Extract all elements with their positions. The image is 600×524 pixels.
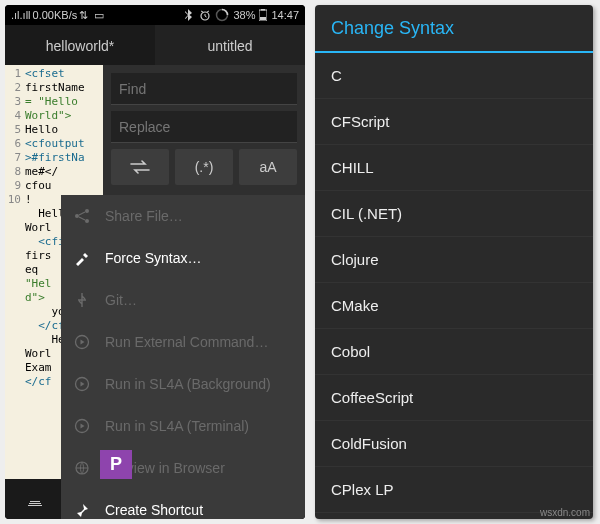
syntax-item-clojure[interactable]: Clojure <box>315 237 593 283</box>
editor-screen: .ıl.ıll 0.00KB/s ⇅ ▭ 38% 14:47 helloworl… <box>5 5 305 519</box>
svg-point-5 <box>85 209 89 213</box>
sim-icon: ▭ <box>94 9 104 22</box>
battery-ring-icon <box>215 8 229 22</box>
save-button[interactable] <box>23 487 47 511</box>
menu-item-preview-in-browser: Preview in Browser <box>61 447 305 489</box>
play-icon <box>73 333 91 351</box>
menu-item-run-in-sl-a-terminal: Run in SL4A (Terminal) <box>61 405 305 447</box>
svg-point-7 <box>85 219 89 223</box>
case-button[interactable]: aA <box>239 149 297 185</box>
tab-helloworld[interactable]: helloworld* <box>5 25 155 65</box>
menu-item-label: Run External Command… <box>105 334 268 350</box>
syntax-panel-title: Change Syntax <box>315 5 593 53</box>
menu-item-label: Run in SL4A (Terminal) <box>105 418 249 434</box>
replace-input[interactable] <box>111 111 297 143</box>
svg-rect-4 <box>260 17 266 20</box>
swap-button[interactable] <box>111 149 169 185</box>
menu-item-run-in-sl-a-background: Run in SL4A (Background) <box>61 363 305 405</box>
tab-bar: helloworld* untitled <box>5 25 305 65</box>
menu-item-git: Git… <box>61 279 305 321</box>
download-icon: ⇅ <box>79 9 88 22</box>
battery-percent: 38% <box>233 9 255 21</box>
syntax-list: CCFScriptCHILLCIL (.NET)ClojureCMakeCobo… <box>315 53 593 519</box>
tab-untitled[interactable]: untitled <box>155 25 305 65</box>
menu-item-label: Create Shortcut <box>105 502 203 518</box>
syntax-item-coffeescript[interactable]: CoffeeScript <box>315 375 593 421</box>
pin-icon <box>73 501 91 519</box>
bluetooth-icon <box>185 9 195 21</box>
alarm-icon <box>199 9 211 21</box>
git-icon <box>73 291 91 309</box>
globe-icon <box>73 459 91 477</box>
menu-item-label: Share File… <box>105 208 183 224</box>
find-input[interactable] <box>111 73 297 105</box>
svg-rect-3 <box>261 9 265 11</box>
play-icon <box>73 375 91 393</box>
watermark: wsxdn.com <box>540 507 590 518</box>
context-menu: Share File…Force Syntax…Git…Run External… <box>61 195 305 519</box>
status-bar: .ıl.ıll 0.00KB/s ⇅ ▭ 38% 14:47 <box>5 5 305 25</box>
line-gutter: 1 2 3 4 5 6 7 8 9 10 <box>5 65 23 479</box>
syntax-item-cfscript[interactable]: CFScript <box>315 99 593 145</box>
purple-banner: P <box>100 450 132 479</box>
menu-item-force-syntax[interactable]: Force Syntax… <box>61 237 305 279</box>
share-icon <box>73 207 91 225</box>
menu-item-share-file: Share File… <box>61 195 305 237</box>
syntax-item-coldfusion[interactable]: ColdFusion <box>315 421 593 467</box>
menu-item-label: Git… <box>105 292 137 308</box>
syntax-item-cil-net-[interactable]: CIL (.NET) <box>315 191 593 237</box>
menu-item-run-external-command: Run External Command… <box>61 321 305 363</box>
hammer-icon <box>73 249 91 267</box>
menu-item-label: Force Syntax… <box>105 250 201 266</box>
play-icon <box>73 417 91 435</box>
syntax-item-cobol[interactable]: Cobol <box>315 329 593 375</box>
svg-point-6 <box>75 214 79 218</box>
swap-icon <box>129 160 151 174</box>
syntax-item-c[interactable]: C <box>315 53 593 99</box>
signal-indicator: .ıl.ıll <box>11 9 31 21</box>
syntax-item-cmake[interactable]: CMake <box>315 283 593 329</box>
syntax-item-chill[interactable]: CHILL <box>315 145 593 191</box>
battery-icon <box>259 9 267 21</box>
menu-item-create-shortcut[interactable]: Create Shortcut <box>61 489 305 519</box>
menu-item-label: Run in SL4A (Background) <box>105 376 271 392</box>
clock-time: 14:47 <box>271 9 299 21</box>
net-speed: 0.00KB/s <box>33 9 78 21</box>
syntax-panel: Change Syntax CCFScriptCHILLCIL (.NET)Cl… <box>315 5 593 519</box>
regex-button[interactable]: (.*) <box>175 149 233 185</box>
